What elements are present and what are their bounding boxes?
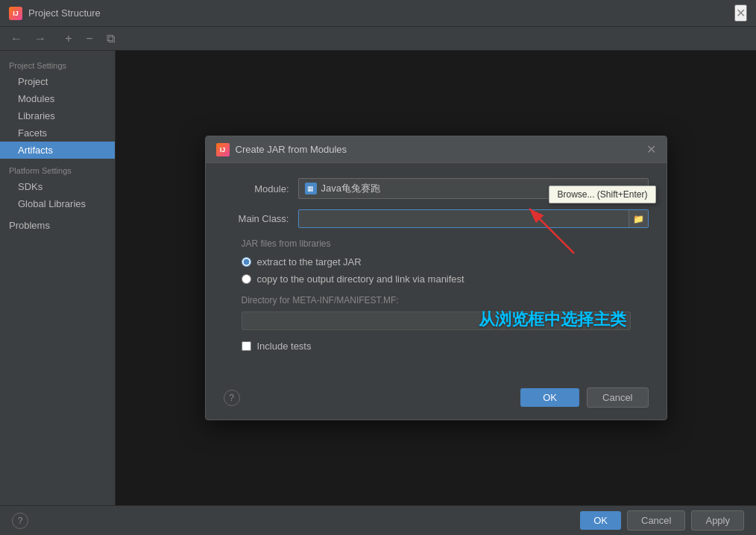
content-area: IJ Create JAR from Modules ✕ Module: ▦ J… xyxy=(116,51,756,505)
nav-forward-button[interactable]: → xyxy=(30,31,51,47)
dialog-icon: IJ xyxy=(216,143,230,156)
bottom-ok-button[interactable]: OK xyxy=(580,511,621,530)
dialog-close-button[interactable]: ✕ xyxy=(646,142,656,156)
include-tests-checkbox[interactable] xyxy=(242,341,251,351)
bottom-cancel-button[interactable]: Cancel xyxy=(627,510,685,531)
window-title: Project Structure xyxy=(28,7,734,19)
app-icon: IJ xyxy=(9,7,22,20)
main-class-input[interactable] xyxy=(298,209,649,228)
bottom-help-button[interactable]: ? xyxy=(12,513,28,529)
nav-copy-button[interactable]: ⧉ xyxy=(101,31,119,47)
sidebar-item-modules[interactable]: Modules xyxy=(0,90,115,107)
sidebar-item-global-libraries[interactable]: Global Libraries xyxy=(0,195,115,212)
dir-label: Directory for META-INF/MANIFEST.MF: xyxy=(224,295,649,306)
window-close-button[interactable]: ✕ xyxy=(734,4,747,22)
platform-settings-section-label: Platform Settings xyxy=(0,159,115,178)
module-label: Module: xyxy=(224,183,298,194)
dialog-ok-button[interactable]: OK xyxy=(520,388,579,407)
dir-input[interactable] xyxy=(242,311,631,330)
dir-input-wrapper: 从浏览框中选择主类 xyxy=(224,308,649,341)
radio-extract-label: extract to the target JAR xyxy=(257,256,362,268)
include-tests-label: Include tests xyxy=(257,341,312,352)
radio-copy-label: copy to the output directory and link vi… xyxy=(257,273,464,285)
radio-copy-item[interactable]: copy to the output directory and link vi… xyxy=(242,273,649,285)
bottom-apply-button[interactable]: Apply xyxy=(691,510,744,531)
radio-group: extract to the target JAR copy to the ou… xyxy=(224,256,649,285)
nav-add-button[interactable]: + xyxy=(60,31,78,47)
radio-extract-item[interactable]: extract to the target JAR xyxy=(242,256,649,268)
jar-files-section-label: JAR files from libraries xyxy=(224,238,649,249)
folder-icon: 📁 xyxy=(633,214,644,224)
include-tests-row: Include tests xyxy=(224,341,649,352)
sidebar-item-project[interactable]: Project xyxy=(0,73,115,90)
main-class-row: Main Class: 📁 Browse... (Shift+Enter) xyxy=(224,209,649,228)
dialog-title: Create JAR from Modules xyxy=(236,144,347,155)
main-class-input-wrapper: 📁 Browse... (Shift+Enter) xyxy=(298,209,649,228)
browse-tooltip: Browse... (Shift+Enter) xyxy=(549,186,655,203)
sidebar-item-sdks[interactable]: SDKs xyxy=(0,178,115,195)
main-layout: Project Settings Project Modules Librari… xyxy=(0,51,756,505)
sidebar-item-libraries[interactable]: Libraries xyxy=(0,107,115,124)
sidebar-item-artifacts[interactable]: Artifacts xyxy=(0,142,115,159)
bottom-bar: ? OK Cancel Apply xyxy=(0,505,756,535)
module-icon: ▦ xyxy=(305,183,317,194)
title-bar: IJ Project Structure ✕ xyxy=(0,0,756,27)
main-class-browse-button[interactable]: 📁 xyxy=(629,210,648,227)
create-jar-dialog: IJ Create JAR from Modules ✕ Module: ▦ J… xyxy=(205,136,667,420)
sidebar-item-facets[interactable]: Facets xyxy=(0,124,115,142)
radio-copy-input[interactable] xyxy=(242,274,251,284)
project-settings-section-label: Project Settings xyxy=(0,57,115,73)
dialog-body: Module: ▦ Java龟兔赛跑 ▼ Main Class: xyxy=(206,163,667,382)
dialog-footer: ? OK Cancel xyxy=(206,382,667,420)
sidebar: Project Settings Project Modules Librari… xyxy=(0,51,116,505)
dialog-cancel-button[interactable]: Cancel xyxy=(587,387,648,408)
sidebar-item-problems[interactable]: Problems xyxy=(0,217,115,234)
nav-bar: ← → + − ⧉ xyxy=(0,27,756,51)
main-class-label: Main Class: xyxy=(224,213,298,224)
nav-remove-button[interactable]: − xyxy=(81,31,98,47)
dialog-help-button[interactable]: ? xyxy=(224,390,240,406)
radio-extract-input[interactable] xyxy=(242,257,251,267)
dialog-title-bar: IJ Create JAR from Modules ✕ xyxy=(206,136,667,163)
nav-back-button[interactable]: ← xyxy=(6,31,27,47)
modal-overlay: IJ Create JAR from Modules ✕ Module: ▦ J… xyxy=(116,51,756,505)
